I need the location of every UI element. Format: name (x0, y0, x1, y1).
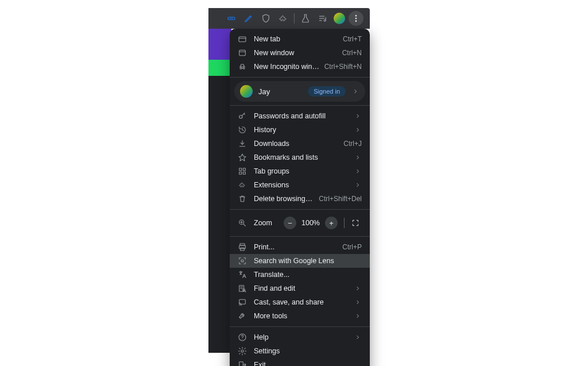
menu-label: New tab (254, 35, 338, 43)
menu-shortcut: Ctrl+T (343, 35, 362, 43)
menu-item-new-tab[interactable]: New tab Ctrl+T (230, 32, 370, 46)
menu-label: Tab groups (254, 167, 349, 175)
chevron-right-icon (354, 333, 362, 341)
menu-separator (230, 236, 370, 237)
fullscreen-button[interactable] (349, 217, 362, 229)
menu-item-extensions[interactable]: Extensions (230, 178, 370, 192)
toolbar (219, 8, 370, 29)
chevron-right-icon (354, 312, 362, 320)
menu-item-delete-browsing-data[interactable]: Delete browsing data... Ctrl+Shift+Del (230, 192, 370, 206)
chevron-right-icon (354, 126, 362, 134)
zoom-percent: 100% (301, 219, 320, 227)
svg-rect-18 (239, 168, 242, 171)
menu-item-exit[interactable]: Exit (230, 358, 370, 366)
gear-icon (238, 346, 247, 356)
svg-point-29 (241, 260, 243, 262)
menu-item-zoom: Zoom − 100% + (230, 213, 370, 233)
menu-item-history[interactable]: History (230, 123, 370, 137)
star-icon (238, 153, 247, 162)
menu-label: New window (254, 49, 338, 57)
tools-icon (238, 311, 247, 321)
menu-item-passwords[interactable]: Passwords and autofill (230, 109, 370, 123)
menu-label: Cast, save, and share (254, 298, 349, 306)
incognito-icon (238, 62, 247, 71)
page-background-green (208, 60, 231, 76)
profile-name: Jay (258, 87, 304, 96)
browser-menu: New tab Ctrl+T New window Ctrl+N New Inc… (230, 29, 370, 366)
menu-item-help[interactable]: Help (230, 330, 370, 344)
menu-item-bookmarks[interactable]: Bookmarks and lists (230, 151, 370, 164)
menu-label: Extensions (254, 181, 349, 189)
playlist-icon[interactable] (315, 11, 330, 26)
svg-marker-17 (239, 154, 246, 161)
zoom-divider (344, 218, 345, 228)
find-edit-icon (238, 284, 247, 293)
pencil-icon[interactable] (241, 11, 256, 26)
chevron-right-icon (354, 298, 362, 306)
chevron-right-icon (354, 181, 362, 189)
svg-rect-39 (239, 362, 243, 366)
signed-in-badge: Signed in (308, 86, 346, 97)
menu-label: Bookmarks and lists (254, 153, 349, 161)
link-icon[interactable] (224, 11, 239, 26)
menu-separator (230, 209, 370, 210)
chevron-right-icon (354, 112, 362, 120)
grid-icon (238, 167, 247, 176)
menu-shortcut: Ctrl+Shift+Del (319, 195, 362, 203)
menu-label: Search with Google Lens (254, 257, 362, 265)
menu-label: Delete browsing data... (254, 195, 314, 203)
svg-rect-21 (243, 172, 245, 174)
menu-item-more-tools[interactable]: More tools (230, 309, 370, 323)
menu-item-google-lens[interactable]: Search with Google Lens (230, 254, 370, 268)
lens-icon (238, 256, 247, 265)
menu-item-cast-save-share[interactable]: Cast, save, and share (230, 295, 370, 309)
zoom-in-button[interactable]: + (325, 217, 338, 229)
menu-item-downloads[interactable]: Downloads Ctrl+J (230, 137, 370, 151)
menu-shortcut: Ctrl+Shift+N (324, 63, 362, 71)
toolbar-divider (294, 13, 295, 24)
menu-label: History (254, 126, 349, 134)
svg-rect-20 (239, 172, 242, 174)
shield-icon[interactable] (258, 11, 273, 26)
svg-line-34 (245, 291, 246, 292)
menu-label: Exit (254, 361, 362, 366)
zoom-icon (238, 218, 247, 228)
svg-rect-19 (243, 168, 245, 171)
profile-avatar (240, 85, 253, 98)
menu-label: Passwords and autofill (254, 112, 349, 120)
exit-icon (238, 360, 247, 366)
zoom-out-button[interactable]: − (284, 217, 296, 229)
extensions-icon (238, 180, 247, 190)
menu-label: Translate... (254, 271, 362, 279)
new-window-icon (238, 48, 247, 57)
menu-item-translate[interactable]: Translate... (230, 268, 370, 282)
menu-item-profile[interactable]: Jay Signed in (234, 81, 365, 102)
chevron-right-icon (354, 153, 362, 161)
menu-shortcut: Ctrl+J (343, 140, 362, 148)
page-background-purple (208, 29, 231, 60)
menu-item-print[interactable]: Print... Ctrl+P (230, 240, 370, 254)
menu-item-new-window[interactable]: New window Ctrl+N (230, 46, 370, 60)
menu-item-new-incognito[interactable]: New Incognito window Ctrl+Shift+N (230, 60, 370, 74)
menu-item-find-edit[interactable]: Find and edit (230, 282, 370, 295)
menu-item-tab-groups[interactable]: Tab groups (230, 164, 370, 178)
menu-label: Settings (254, 347, 362, 355)
svg-point-6 (355, 15, 357, 16)
more-menu-button[interactable] (349, 11, 363, 26)
menu-label: Find and edit (254, 284, 349, 292)
menu-shortcut: Ctrl+P (342, 243, 362, 251)
svg-line-23 (243, 224, 245, 226)
chevron-right-icon (351, 87, 359, 95)
menu-item-settings[interactable]: Settings (230, 344, 370, 358)
menu-separator (230, 105, 370, 106)
menu-label: New Incognito window (254, 63, 320, 71)
profile-avatar-toolbar[interactable] (334, 13, 345, 24)
menu-label: Print... (254, 243, 338, 251)
puzzle-icon[interactable] (276, 11, 291, 26)
history-icon (238, 125, 247, 134)
menu-separator (230, 326, 370, 327)
flask-icon[interactable] (298, 11, 313, 26)
svg-rect-11 (239, 50, 246, 55)
zoom-label: Zoom (254, 219, 282, 227)
menu-shortcut: Ctrl+N (342, 49, 362, 57)
